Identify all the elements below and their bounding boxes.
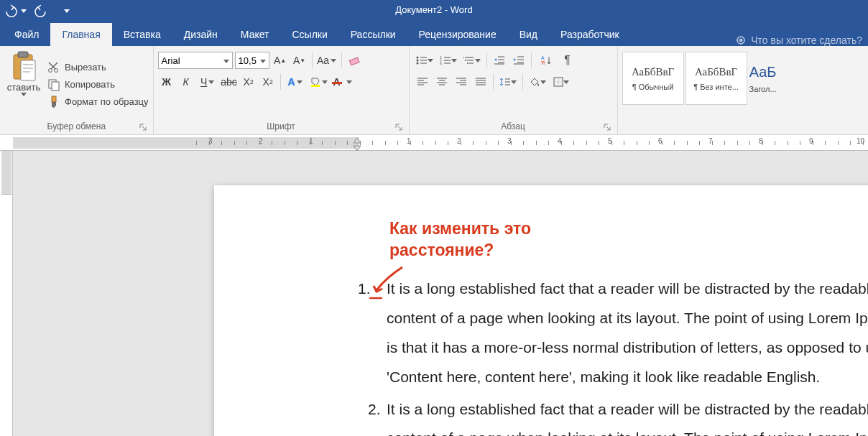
horizontal-ruler[interactable]: 3 2 1 1 2 3 4 5 6 7 8 9 10 [0, 135, 868, 151]
sort-button[interactable]: АЯ [535, 52, 557, 69]
tab-developer[interactable]: Разработчик [549, 23, 631, 46]
text-effects-button[interactable]: A [285, 73, 306, 91]
qat-customize[interactable] [55, 1, 79, 21]
shading-button[interactable] [527, 73, 548, 91]
window-title: Документ2 - Word [395, 4, 472, 15]
group-label-clipboard: Буфер обмена [4, 120, 149, 134]
group-label-paragraph: Абзац [414, 120, 613, 134]
strikethrough-button[interactable]: abc [221, 73, 238, 91]
format-painter-button[interactable]: Формат по образцу [47, 96, 149, 108]
bucket-icon [529, 77, 540, 87]
document-body[interactable]: 1. It is a long established fact that a … [358, 274, 868, 436]
tab-review[interactable]: Рецензирование [407, 23, 508, 46]
svg-text:А: А [541, 55, 545, 60]
highlighter-icon [310, 77, 321, 87]
group-styles: АаБбВвГ ¶ Обычный АаБбВвГ ¶ Без инте... … [618, 46, 868, 134]
svg-point-12 [416, 57, 418, 59]
dialog-launcher-icon[interactable] [603, 123, 611, 131]
style-normal[interactable]: АаБбВвГ ¶ Обычный [622, 52, 684, 105]
group-label-styles [622, 120, 864, 134]
justify-button[interactable] [472, 73, 489, 91]
sort-icon: АЯ [541, 55, 551, 65]
group-label-font: Шрифт [158, 120, 405, 134]
group-clipboard: ставить Вырезать Копировать Формат по об… [0, 46, 154, 134]
increase-indent-button[interactable] [510, 52, 527, 69]
indent-icon [513, 55, 525, 65]
tell-me-placeholder: Что вы хотите сделать? [751, 34, 862, 46]
tab-view[interactable]: Вид [508, 23, 549, 46]
page: Как изменить это расстояние? 1. It is a … [214, 185, 868, 436]
highlight-button[interactable] [308, 73, 330, 91]
superscript-button[interactable]: X2 [259, 73, 277, 91]
bullets-button[interactable] [414, 52, 435, 69]
undo-button[interactable] [3, 1, 27, 21]
numbering-button[interactable]: 123 [438, 52, 459, 69]
tab-insert[interactable]: Вставка [112, 23, 172, 46]
redo-button[interactable] [29, 1, 53, 21]
brush-icon [47, 96, 60, 108]
change-case-button[interactable]: Aa [316, 52, 338, 69]
decrease-indent-button[interactable] [491, 52, 508, 69]
font-size-combo[interactable]: 10,5 [235, 52, 269, 69]
paste-button[interactable]: ставить [4, 49, 43, 120]
ribbon: ставить Вырезать Копировать Формат по об… [0, 46, 868, 135]
svg-rect-1 [739, 39, 742, 42]
numbering-icon: 123 [440, 55, 451, 65]
underline-button[interactable]: Ч [197, 73, 218, 91]
dialog-launcher-icon[interactable] [394, 123, 403, 131]
justify-icon [475, 77, 486, 87]
show-marks-button[interactable]: ¶ [559, 52, 576, 69]
borders-button[interactable] [550, 73, 572, 91]
style-no-spacing[interactable]: АаБбВвГ ¶ Без инте... [685, 52, 747, 105]
outdent-icon [494, 55, 505, 65]
align-center-icon [436, 77, 448, 87]
svg-point-18 [463, 57, 464, 58]
svg-rect-10 [349, 57, 359, 65]
document-area[interactable]: Как изменить это расстояние? 1. It is a … [13, 151, 868, 436]
multilevel-list-button[interactable] [461, 52, 483, 69]
subscript-button[interactable]: X2 [240, 73, 257, 91]
scissors-icon [47, 61, 60, 74]
copy-button[interactable]: Копировать [47, 78, 149, 91]
dialog-launcher-icon[interactable] [139, 123, 147, 131]
tell-me-search[interactable]: Что вы хотите сделать? [735, 34, 868, 46]
style-heading1[interactable]: АаБ Загол... [749, 52, 777, 105]
tab-home[interactable]: Главная [50, 23, 111, 46]
grow-font-button[interactable]: A▲ [272, 52, 289, 69]
svg-rect-4 [21, 60, 35, 80]
align-center-button[interactable] [433, 73, 451, 91]
align-left-button[interactable] [414, 73, 431, 91]
workspace: 3 2 1 1 2 3 4 5 6 7 8 9 10 Как изменить … [0, 135, 868, 436]
list-item: 2. It is a long established fact that a … [358, 395, 868, 436]
italic-button[interactable]: К [177, 73, 195, 91]
quick-access-toolbar [0, 1, 79, 21]
svg-text:3: 3 [440, 62, 442, 65]
svg-point-19 [465, 60, 466, 61]
bold-button[interactable]: Ж [158, 73, 175, 91]
clear-formatting-button[interactable] [346, 52, 363, 69]
svg-point-13 [416, 60, 418, 62]
tab-design[interactable]: Дизайн [172, 23, 229, 46]
line-spacing-icon [499, 77, 511, 87]
tab-file[interactable]: Файл [3, 23, 50, 46]
tab-references[interactable]: Ссылки [280, 23, 338, 46]
svg-text:Я: Я [541, 60, 545, 65]
bullets-icon [416, 55, 428, 65]
font-name-combo[interactable]: Arial [158, 52, 233, 69]
vertical-ruler[interactable] [0, 151, 13, 436]
font-color-button[interactable]: A [332, 73, 354, 91]
list-item: 1. It is a long established fact that a … [358, 274, 868, 392]
svg-rect-11 [311, 85, 320, 87]
shrink-font-button[interactable]: A▼ [291, 52, 308, 69]
svg-rect-9 [52, 96, 56, 102]
multilevel-icon [463, 55, 475, 65]
cut-button[interactable]: Вырезать [47, 61, 149, 74]
line-spacing-button[interactable] [497, 73, 519, 91]
tab-layout[interactable]: Макет [229, 23, 281, 46]
group-paragraph: 123 АЯ ¶ [410, 46, 618, 134]
tab-mailings[interactable]: Рассылки [339, 23, 407, 46]
group-font: Arial 10,5 A▲ A▼ Aa [154, 46, 410, 134]
align-right-button[interactable] [453, 73, 470, 91]
paste-label: ставить [7, 82, 40, 93]
paste-icon [11, 50, 37, 82]
